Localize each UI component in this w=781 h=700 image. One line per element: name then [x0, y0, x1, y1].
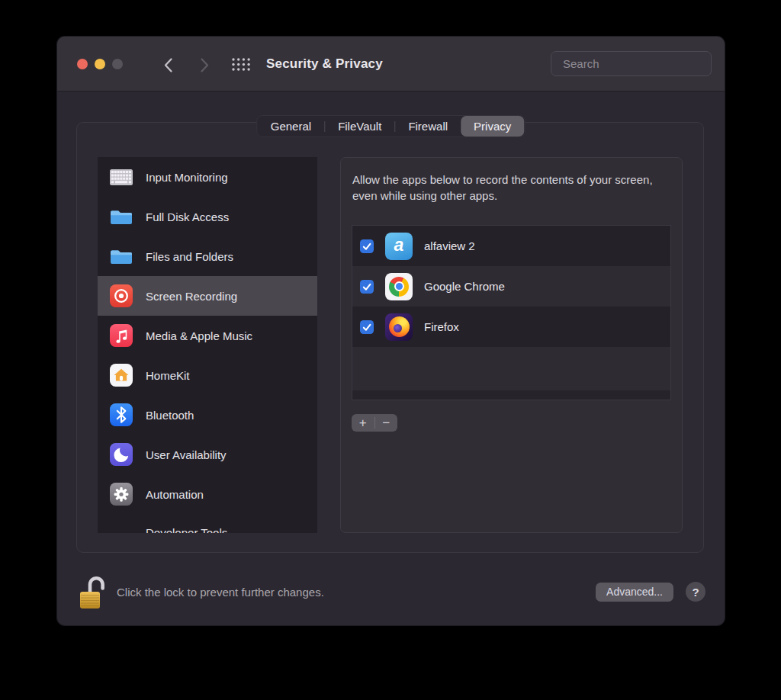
sidebar-item-label: Bluetooth [146, 409, 194, 422]
show-all-button[interactable] [231, 57, 252, 75]
tab-bar: General FileVault Firewall Privacy [256, 115, 526, 137]
sidebar-item-input-monitoring[interactable]: Input Monitoring [98, 157, 317, 197]
add-app-button[interactable]: + [352, 414, 374, 432]
chrome-icon [385, 273, 413, 300]
app-name: Firefox [424, 320, 459, 333]
privacy-panel: Input Monitoring Full Disk Access [76, 122, 704, 553]
folder-icon [110, 205, 133, 228]
close-button[interactable] [77, 59, 88, 69]
app-list: a alfaview 2 Google Chrome [352, 225, 671, 400]
sidebar-item-homekit[interactable]: HomeKit [98, 355, 317, 395]
tab-filevault[interactable]: FileVault [325, 116, 394, 136]
tab-privacy[interactable]: Privacy [461, 116, 524, 136]
sidebar-item-label: Files and Folders [146, 250, 233, 263]
checkmark-icon [362, 241, 372, 252]
app-name: alfaview 2 [424, 239, 475, 252]
moon-icon [110, 443, 133, 466]
back-button[interactable] [159, 56, 176, 73]
sidebar-item-label: Full Disk Access [146, 210, 229, 223]
bluetooth-icon [110, 403, 133, 426]
list-edit-buttons: + − [352, 414, 397, 432]
screen-recording-pane: Allow the apps below to record the conte… [340, 157, 683, 533]
app-list-empty-area [352, 347, 670, 390]
alfaview-icon: a [385, 233, 413, 260]
home-icon [110, 364, 133, 387]
title-bar: Security & Privacy [57, 37, 725, 92]
zoom-button [112, 59, 123, 69]
sidebar-item-automation[interactable]: Automation [98, 474, 317, 514]
search-field[interactable] [551, 51, 712, 76]
traffic-lights [77, 59, 123, 69]
sidebar-item-user-availability[interactable]: User Availability [98, 435, 317, 474]
minimize-button[interactable] [95, 59, 105, 69]
sidebar-item-label: User Availability [146, 448, 227, 461]
tab-general[interactable]: General [258, 116, 324, 136]
remove-app-button[interactable]: − [375, 414, 398, 432]
sidebar-item-developer-tools[interactable]: Developer Tools [98, 514, 317, 533]
sidebar-item-files-and-folders[interactable]: Files and Folders [98, 236, 317, 276]
app-name: Google Chrome [424, 280, 505, 293]
help-button[interactable]: ? [686, 582, 705, 602]
sidebar-item-label: Developer Tools [146, 526, 227, 533]
gear-icon [110, 483, 133, 506]
lock-button[interactable] [79, 573, 108, 610]
search-input[interactable] [563, 57, 715, 70]
checkmark-icon [362, 281, 372, 292]
chevron-right-icon [200, 57, 210, 73]
sidebar-item-bluetooth[interactable]: Bluetooth [98, 395, 317, 435]
sidebar-item-label: HomeKit [146, 369, 190, 382]
security-privacy-window: Security & Privacy General FileVault Fir… [57, 37, 725, 625]
sidebar-item-media-apple-music[interactable]: Media & Apple Music [98, 316, 317, 355]
keyboard-icon [110, 165, 133, 188]
privacy-category-list: Input Monitoring Full Disk Access [98, 157, 317, 533]
app-row-alfaview[interactable]: a alfaview 2 [352, 226, 670, 266]
app-row-google-chrome[interactable]: Google Chrome [352, 266, 670, 307]
window-title: Security & Privacy [266, 37, 383, 92]
forward-button[interactable] [196, 56, 213, 73]
app-row-firefox[interactable]: Firefox [352, 307, 670, 347]
sidebar-item-label: Input Monitoring [146, 171, 228, 184]
advanced-button[interactable]: Advanced... [596, 583, 673, 602]
checkbox-alfaview[interactable] [360, 239, 374, 253]
grid-icon [231, 57, 252, 72]
record-icon [110, 284, 133, 307]
pane-description: Allow the apps below to record the conte… [352, 172, 674, 204]
checkbox-firefox[interactable] [360, 320, 374, 334]
desktop: Security & Privacy General FileVault Fir… [0, 0, 781, 700]
lock-hint-text: Click the lock to prevent further change… [117, 586, 596, 599]
footer-bar: Click the lock to prevent further change… [57, 573, 725, 610]
checkbox-google-chrome[interactable] [360, 280, 374, 294]
unlocked-padlock-icon [79, 573, 108, 610]
checkmark-icon [362, 322, 372, 332]
sidebar-item-full-disk-access[interactable]: Full Disk Access [98, 197, 317, 236]
sidebar-item-label: Automation [146, 488, 204, 501]
chevron-left-icon [163, 57, 173, 73]
app-list-scroll-area[interactable] [352, 390, 670, 400]
sidebar-item-screen-recording[interactable]: Screen Recording [98, 276, 317, 316]
folder-icon [110, 245, 133, 268]
music-note-icon [110, 324, 133, 347]
tab-firewall[interactable]: Firewall [395, 116, 461, 136]
sidebar-item-label: Screen Recording [146, 290, 237, 303]
sidebar-item-label: Media & Apple Music [146, 329, 252, 342]
firefox-icon [385, 313, 413, 341]
